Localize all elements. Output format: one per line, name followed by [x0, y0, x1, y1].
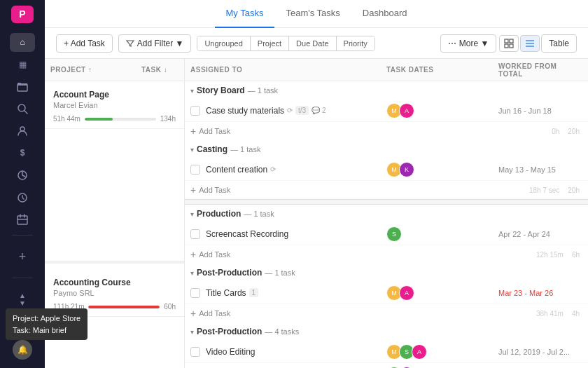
avatars-cell: S — [381, 224, 493, 245]
tab-dashboard[interactable]: Dashboard — [351, 0, 419, 28]
task-dates: Mar 23 - Mar 26 — [498, 289, 553, 297]
view-controls: More ▼ Table — [440, 34, 577, 53]
avatar: A — [399, 103, 414, 118]
avatars-cell: M S A — [381, 341, 493, 362]
table-column-headers: ASSIGNED TO TASK DATES WORKED FROM TOTAL — [185, 59, 588, 81]
dates-cell: May 13 - May 15 — [493, 163, 584, 177]
subtask-count: t/3 — [295, 106, 309, 115]
worked-cell: 18h 7 sec 20h — [584, 163, 588, 176]
add-task-casting[interactable]: + Add Task 18h 7 sec 20h — [185, 181, 588, 199]
worked-cell: 12h 15m 6h — [584, 227, 588, 240]
tab-my-tasks[interactable]: My Tasks — [215, 0, 275, 28]
section-title-casting: Casting — [197, 144, 227, 154]
sidebar-item-search[interactable] — [10, 99, 35, 118]
chevron-icon[interactable]: ▾ — [190, 328, 194, 336]
avatars: S — [386, 226, 402, 242]
chevron-icon[interactable]: ▾ — [190, 87, 194, 95]
task-name: Screencast Recording — [206, 229, 288, 239]
dates-cell: Jun 16 - Jun 18 — [493, 104, 584, 118]
project-name: Account Page — [53, 90, 176, 100]
svg-point-11 — [449, 43, 450, 44]
avatars: M S A — [386, 344, 427, 360]
add-task-total: 20h — [568, 128, 582, 135]
table-view-button[interactable]: Table — [541, 34, 577, 53]
progress-fill — [85, 118, 113, 121]
content-area: PROJECT ↑ TASK ↓ Account Page Marcel Evi… — [45, 59, 588, 368]
grid-view-button[interactable] — [499, 35, 519, 52]
tab-teams-tasks[interactable]: Team's Tasks — [274, 0, 351, 28]
add-task-label: Add Task — [199, 309, 230, 318]
more-button[interactable]: More ▼ — [440, 34, 497, 53]
sidebar-item-clock[interactable] — [10, 188, 35, 207]
add-task-post-production-1[interactable]: + Add Task 38h 41m 4h — [185, 304, 588, 322]
avatars-cell: M K — [381, 159, 493, 180]
project-col-header: PROJECT ↑ — [50, 66, 127, 74]
col-worked: WORKED FROM TOTAL — [493, 62, 584, 78]
svg-rect-13 — [505, 39, 508, 43]
section-post-production-2: ▾ Post-Production — 4 tasks — [185, 322, 588, 341]
project-sub-2: Paymo SRL — [53, 289, 176, 297]
project-progress: 51h 44m 134h — [53, 115, 176, 123]
chevron-icon[interactable]: ▾ — [190, 146, 194, 154]
avatars: M K — [386, 162, 414, 177]
task-name: Case study materials — [206, 106, 284, 116]
section-title-post-production-2: Post-Production — [197, 327, 262, 336]
sidebar-item-dollar[interactable]: $ — [10, 144, 35, 163]
svg-rect-16 — [510, 44, 513, 48]
list-view-button[interactable] — [520, 35, 540, 52]
sidebar-item-folder[interactable] — [10, 77, 35, 97]
group-project[interactable]: Project — [251, 36, 289, 50]
add-task-label: Add Task — [199, 250, 230, 259]
filter-button[interactable]: Add Filter ▼ — [118, 34, 192, 53]
task-name: Title Cards — [206, 288, 246, 298]
project-separator — [185, 199, 588, 205]
avatars-cell: M A — [381, 100, 493, 121]
add-task-story-board[interactable]: + Add Task 0h 20h — [185, 122, 588, 140]
project-sub: Marcel Evian — [53, 101, 176, 109]
progress-fill-2 — [88, 306, 160, 308]
group-ungrouped[interactable]: Ungrouped — [197, 36, 250, 50]
task-row: Case study materials ⟳ t/3 💬 2 M A Jun 1… — [185, 100, 588, 122]
left-column-header: PROJECT ↑ TASK ↓ — [45, 59, 184, 81]
task-checkbox[interactable] — [190, 106, 200, 116]
worked-cell: 0h 20h — [584, 104, 588, 117]
task-checkbox[interactable] — [190, 229, 200, 239]
task-checkbox[interactable] — [190, 165, 200, 175]
section-post-production-1: ▾ Post-Production — 1 task — [185, 264, 588, 282]
app-logo: P — [11, 6, 34, 23]
sidebar-item-grid[interactable]: ▦ — [10, 55, 35, 74]
task-name: Video Editing — [206, 347, 255, 357]
add-task-production[interactable]: + Add Task 12h 15m 6h — [185, 245, 588, 264]
group-due-date[interactable]: Due Date — [289, 36, 336, 50]
avatars: M A — [386, 103, 414, 118]
add-task-button[interactable]: + Add Task — [56, 34, 113, 53]
task-checkbox[interactable] — [190, 347, 200, 357]
add-task-total: 4h — [572, 310, 582, 318]
sidebar-item-home[interactable]: ⌂ — [10, 33, 35, 53]
sidebar-item-chart[interactable] — [10, 165, 35, 185]
task-dates: Jul 12, 2019 - Jul 2... — [498, 348, 570, 356]
task-name-cell: Screencast Recording — [185, 226, 381, 242]
col-assigned-to: ASSIGNED TO — [185, 66, 381, 74]
group-priority[interactable]: Priority — [337, 36, 374, 50]
section-count-production: — 1 task — [244, 210, 274, 218]
chevron-icon[interactable]: ▾ — [190, 210, 194, 218]
chevron-icon[interactable]: ▾ — [190, 269, 194, 277]
sidebar-item-calendar[interactable] — [10, 210, 35, 229]
section-title-post-production-1: Post-Production — [197, 268, 262, 278]
notification-icon[interactable]: 🔔 — [13, 340, 32, 360]
add-task-worked: 12h 15m — [536, 251, 569, 259]
avatar: K — [399, 162, 414, 177]
progress-limit: 134h — [160, 115, 176, 123]
worked-cell: 38h 41m 4h — [584, 286, 588, 299]
task-name-cell: Case study materials ⟳ t/3 💬 2 — [185, 103, 381, 118]
task-name-cell: Title Cards 1 — [185, 285, 381, 301]
progress-worked: 51h 44m — [53, 115, 80, 123]
tooltip-line2: Task: Main brief — [13, 325, 80, 336]
sidebar-item-user[interactable] — [10, 121, 35, 141]
task-dates: Apr 22 - Apr 24 — [498, 230, 550, 238]
task-checkbox[interactable] — [190, 288, 200, 298]
sidebar-item-add[interactable]: + — [10, 244, 35, 269]
comment-badge: 1 — [249, 288, 259, 297]
svg-rect-6 — [18, 216, 27, 224]
